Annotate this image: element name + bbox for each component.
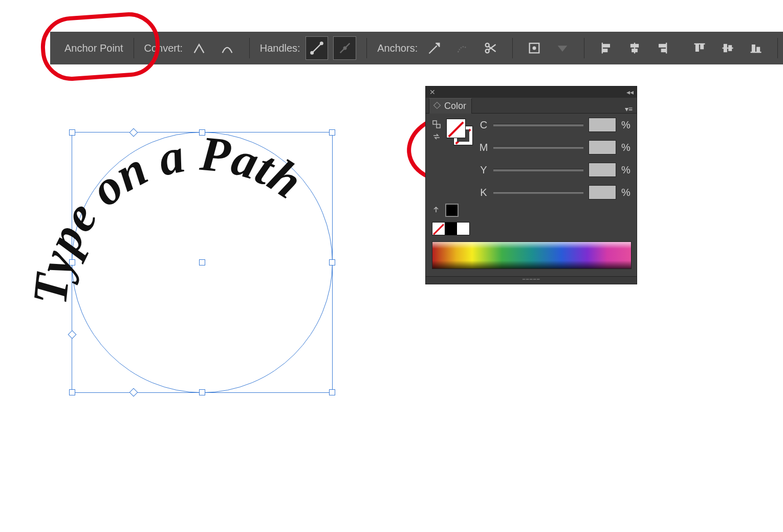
svg-rect-9 bbox=[631, 45, 638, 47]
svg-point-1 bbox=[320, 42, 323, 45]
svg-rect-13 bbox=[696, 45, 699, 51]
svg-rect-16 bbox=[729, 46, 731, 50]
handle-bottom-left[interactable] bbox=[69, 389, 75, 395]
close-icon[interactable]: ✕ bbox=[429, 88, 436, 96]
align-hcenter-icon[interactable] bbox=[623, 36, 646, 60]
isolate-icon[interactable] bbox=[523, 36, 546, 60]
svg-rect-17 bbox=[752, 45, 755, 51]
color-spectrum[interactable] bbox=[432, 241, 632, 269]
align-top-icon[interactable] bbox=[688, 36, 711, 60]
swap-fill-stroke-icon[interactable] bbox=[432, 120, 441, 129]
swatch-white[interactable] bbox=[457, 223, 469, 235]
channel-m-row: M % bbox=[479, 140, 630, 154]
panel-resize-grip[interactable]: ━━━━━ bbox=[426, 276, 637, 284]
svg-rect-14 bbox=[701, 45, 703, 49]
svg-point-0 bbox=[311, 52, 313, 54]
channel-m-label: M bbox=[479, 142, 488, 153]
panel-tabs: Color ▾≡ bbox=[426, 98, 637, 114]
svg-rect-15 bbox=[724, 45, 727, 52]
channel-c-row: C % bbox=[479, 118, 630, 132]
channel-y-row: Y % bbox=[479, 163, 630, 177]
swatch-none-icon[interactable] bbox=[432, 223, 445, 235]
out-of-gamut-icon[interactable] bbox=[432, 205, 440, 216]
handle-top-left[interactable] bbox=[69, 129, 75, 136]
isolate-dropdown-icon[interactable] bbox=[551, 36, 574, 60]
channel-y-unit: % bbox=[621, 164, 630, 176]
cycle-icon[interactable] bbox=[432, 132, 441, 141]
align-right-icon[interactable] bbox=[651, 36, 674, 60]
tab-color[interactable]: Color bbox=[429, 98, 472, 114]
svg-rect-11 bbox=[660, 45, 666, 47]
remove-anchor-icon[interactable] bbox=[423, 36, 446, 60]
channel-m-unit: % bbox=[621, 142, 630, 153]
quick-swatches bbox=[432, 222, 470, 235]
channel-c-unit: % bbox=[621, 119, 630, 131]
handle-center[interactable] bbox=[199, 259, 205, 265]
channel-m-input[interactable] bbox=[589, 140, 616, 154]
channel-c-input[interactable] bbox=[589, 118, 616, 132]
cut-path-icon[interactable] bbox=[479, 36, 502, 60]
svg-rect-10 bbox=[632, 49, 637, 52]
handle-mid-left[interactable] bbox=[69, 259, 75, 265]
channel-y-label: Y bbox=[479, 164, 488, 176]
panel-titlebar[interactable]: ✕ ◂◂ bbox=[426, 86, 637, 98]
channel-k-unit: % bbox=[621, 187, 630, 198]
align-bottom-icon[interactable] bbox=[744, 36, 767, 60]
svg-rect-7 bbox=[603, 45, 610, 47]
handle-mid-right[interactable] bbox=[329, 259, 335, 265]
tab-grip-icon bbox=[433, 102, 441, 109]
svg-rect-21 bbox=[437, 124, 440, 128]
align-vcenter-icon[interactable] bbox=[716, 36, 739, 60]
convert-smooth-icon[interactable] bbox=[216, 36, 239, 60]
svg-rect-18 bbox=[757, 48, 759, 51]
collapse-icon[interactable]: ◂◂ bbox=[626, 88, 634, 96]
svg-rect-20 bbox=[433, 121, 437, 124]
color-panel: ✕ ◂◂ Color ▾≡ bbox=[425, 86, 637, 284]
panel-title: Color bbox=[444, 101, 466, 111]
mode-label: Anchor Point bbox=[64, 42, 123, 54]
svg-rect-8 bbox=[603, 49, 607, 52]
artboard-selection[interactable]: Type on a Path bbox=[72, 132, 333, 393]
channel-c-slider[interactable] bbox=[493, 124, 583, 126]
connect-anchor-icon[interactable] bbox=[451, 36, 474, 60]
channel-y-slider[interactable] bbox=[493, 169, 583, 171]
handle-bottom-right[interactable] bbox=[329, 389, 335, 395]
channel-k-input[interactable] bbox=[589, 185, 616, 199]
svg-rect-12 bbox=[662, 49, 665, 52]
handle-bottom-mid[interactable] bbox=[199, 389, 205, 395]
fill-stroke-proxy[interactable] bbox=[446, 119, 472, 144]
convert-corner-icon[interactable] bbox=[188, 36, 211, 60]
anchors-label: Anchors: bbox=[377, 42, 418, 54]
panel-menu-icon[interactable]: ▾≡ bbox=[625, 105, 633, 113]
channel-y-input[interactable] bbox=[589, 163, 616, 177]
handles-show-icon[interactable] bbox=[306, 36, 329, 60]
handles-hide-icon[interactable] bbox=[333, 36, 356, 60]
channel-k-row: K % bbox=[479, 185, 630, 199]
swatch-black[interactable] bbox=[445, 223, 457, 235]
channel-m-slider[interactable] bbox=[493, 146, 583, 149]
handle-top-right[interactable] bbox=[329, 129, 335, 136]
handles-label: Handles: bbox=[260, 42, 300, 54]
convert-label: Convert: bbox=[144, 42, 183, 54]
channel-k-slider[interactable] bbox=[493, 191, 583, 194]
fill-swatch-none[interactable] bbox=[446, 119, 466, 138]
svg-point-2 bbox=[344, 47, 346, 50]
handle-top-mid[interactable] bbox=[199, 129, 205, 136]
control-bar: Anchor Point Convert: Handles: Anchors: bbox=[50, 32, 783, 64]
last-color-swatch[interactable] bbox=[445, 204, 459, 217]
align-left-icon[interactable] bbox=[595, 36, 618, 60]
channel-k-label: K bbox=[479, 187, 488, 198]
svg-point-6 bbox=[533, 47, 536, 50]
channel-c-label: C bbox=[479, 119, 488, 131]
